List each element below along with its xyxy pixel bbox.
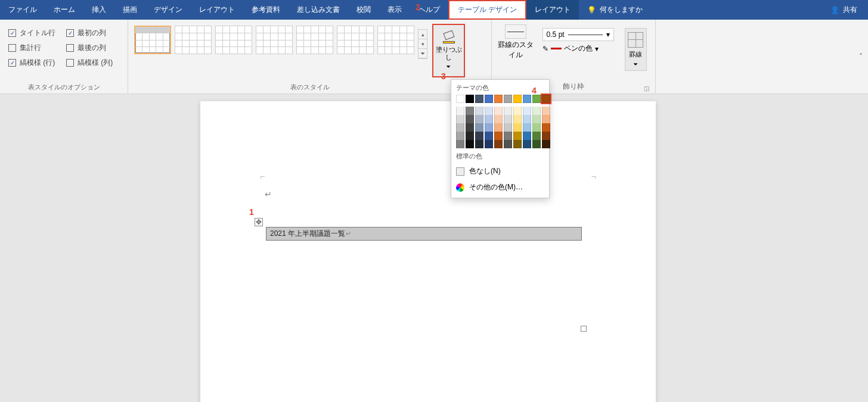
table-style-item[interactable]: [134, 26, 171, 54]
table-style-item[interactable]: [256, 26, 293, 54]
color-swatch[interactable]: [485, 107, 493, 115]
color-swatch[interactable]: [475, 95, 483, 103]
color-swatch[interactable]: [542, 123, 550, 132]
color-swatch[interactable]: [494, 123, 503, 132]
color-swatch[interactable]: [504, 95, 512, 103]
chk-banded-rows[interactable]: ✓縞模様 (行): [8, 58, 55, 68]
color-swatch[interactable]: [494, 95, 503, 103]
chk-banded-cols[interactable]: 縞模様 (列): [66, 58, 113, 68]
color-swatch[interactable]: [532, 107, 541, 115]
color-swatch[interactable]: [466, 132, 474, 140]
color-swatch[interactable]: [456, 132, 464, 140]
color-swatch[interactable]: [485, 115, 493, 123]
color-swatch[interactable]: [513, 132, 522, 140]
color-swatch[interactable]: [485, 140, 493, 148]
color-swatch[interactable]: [523, 115, 531, 123]
color-swatch[interactable]: [475, 132, 483, 140]
collapse-ribbon-button[interactable]: ˄: [854, 20, 868, 94]
color-swatch[interactable]: [504, 107, 512, 115]
color-swatch[interactable]: [494, 132, 503, 140]
color-swatch[interactable]: [504, 115, 512, 123]
share-button[interactable]: 👤 共有: [830, 5, 857, 15]
table-resize-handle[interactable]: [581, 326, 587, 332]
table-style-item[interactable]: [215, 26, 252, 54]
tab-draw[interactable]: 描画: [114, 0, 145, 20]
dialog-launcher-icon[interactable]: ◲: [644, 85, 649, 92]
color-swatch[interactable]: [513, 95, 522, 103]
color-swatch[interactable]: [466, 107, 474, 115]
color-swatch[interactable]: [523, 95, 531, 103]
color-swatch[interactable]: [532, 132, 541, 140]
tab-view[interactable]: 表示: [379, 0, 410, 20]
color-swatch[interactable]: [513, 107, 522, 115]
color-swatch[interactable]: [532, 95, 541, 103]
color-swatch[interactable]: [542, 95, 550, 103]
color-swatch[interactable]: [475, 107, 483, 115]
table-style-gallery[interactable]: ▴▾⏷: [133, 22, 429, 63]
tab-home[interactable]: ホーム: [45, 0, 83, 20]
color-swatch[interactable]: [466, 123, 474, 132]
color-swatch[interactable]: [456, 123, 464, 132]
color-swatch[interactable]: [456, 95, 464, 103]
table-style-item[interactable]: [377, 26, 414, 54]
tab-references[interactable]: 参考資料: [243, 0, 289, 20]
color-swatch[interactable]: [485, 132, 493, 140]
tab-mailings[interactable]: 差し込み文書: [289, 0, 348, 20]
chk-title-row[interactable]: ✓タイトル行: [8, 28, 55, 38]
document-canvas[interactable]: ⌐ ⌐ ↵ ✥ 2021 年上半期議題一覧↵ 1: [0, 94, 868, 402]
table-cell[interactable]: 2021 年上半期議題一覧↵: [266, 228, 582, 241]
color-swatch[interactable]: [504, 140, 512, 148]
border-style-button[interactable]: 罫線のスタイル: [497, 24, 535, 60]
table-style-item[interactable]: [175, 26, 212, 54]
tab-review[interactable]: 校閲: [348, 0, 379, 20]
chk-last-col[interactable]: 最後の列: [66, 43, 113, 53]
color-swatch[interactable]: [466, 115, 474, 123]
shading-fill-button[interactable]: 塗りつぶし ⏷: [432, 24, 465, 77]
color-swatch[interactable]: [475, 123, 483, 132]
color-swatch[interactable]: [466, 95, 474, 103]
color-swatch[interactable]: [504, 132, 512, 140]
color-swatch[interactable]: [456, 140, 464, 148]
document-table[interactable]: 2021 年上半期議題一覧↵: [266, 227, 582, 241]
tab-design[interactable]: デザイン: [145, 0, 191, 20]
color-swatch[interactable]: [532, 123, 541, 132]
color-swatch[interactable]: [485, 95, 493, 103]
pen-color-button[interactable]: ✎ペンの色▾: [542, 43, 614, 54]
no-color-item[interactable]: 色なし(N): [451, 163, 549, 179]
color-swatch[interactable]: [475, 140, 483, 148]
color-swatch[interactable]: [542, 140, 550, 148]
tab-layout[interactable]: レイアウト: [191, 0, 243, 20]
more-colors-item[interactable]: その他の色(M)…: [451, 179, 549, 195]
color-swatch[interactable]: [456, 115, 464, 123]
color-swatch[interactable]: [485, 123, 493, 132]
border-width-select[interactable]: 0.5 pt▾: [542, 28, 614, 41]
color-swatch[interactable]: [542, 107, 550, 115]
gallery-more[interactable]: ▴▾⏷: [418, 29, 427, 59]
tab-table-design[interactable]: テーブル デザイン: [448, 0, 526, 20]
color-swatch[interactable]: [475, 115, 483, 123]
color-swatch[interactable]: [513, 123, 522, 132]
borders-button[interactable]: 罫線 ⏷: [625, 28, 647, 71]
color-swatch[interactable]: [523, 123, 531, 132]
table-style-item[interactable]: [337, 26, 374, 54]
color-swatch[interactable]: [494, 140, 503, 148]
color-swatch[interactable]: [523, 132, 531, 140]
tab-file[interactable]: ファイル: [0, 0, 45, 20]
table-move-handle[interactable]: ✥: [255, 218, 263, 226]
table-row[interactable]: 2021 年上半期議題一覧↵: [266, 228, 582, 241]
color-swatch[interactable]: [494, 115, 503, 123]
chk-total-row[interactable]: 集計行: [8, 43, 55, 53]
color-swatch[interactable]: [504, 123, 512, 132]
color-swatch[interactable]: [513, 115, 522, 123]
tell-me-search[interactable]: 💡 何をしますか: [587, 5, 643, 15]
color-swatch[interactable]: [456, 107, 464, 115]
color-swatch[interactable]: [523, 140, 531, 148]
tab-insert[interactable]: 挿入: [83, 0, 114, 20]
table-style-item[interactable]: [296, 26, 333, 54]
color-swatch[interactable]: [532, 115, 541, 123]
color-swatch[interactable]: [542, 115, 550, 123]
color-swatch[interactable]: [532, 140, 541, 148]
tab-table-layout[interactable]: レイアウト: [526, 0, 579, 20]
color-swatch[interactable]: [494, 107, 503, 115]
color-swatch[interactable]: [542, 132, 550, 140]
